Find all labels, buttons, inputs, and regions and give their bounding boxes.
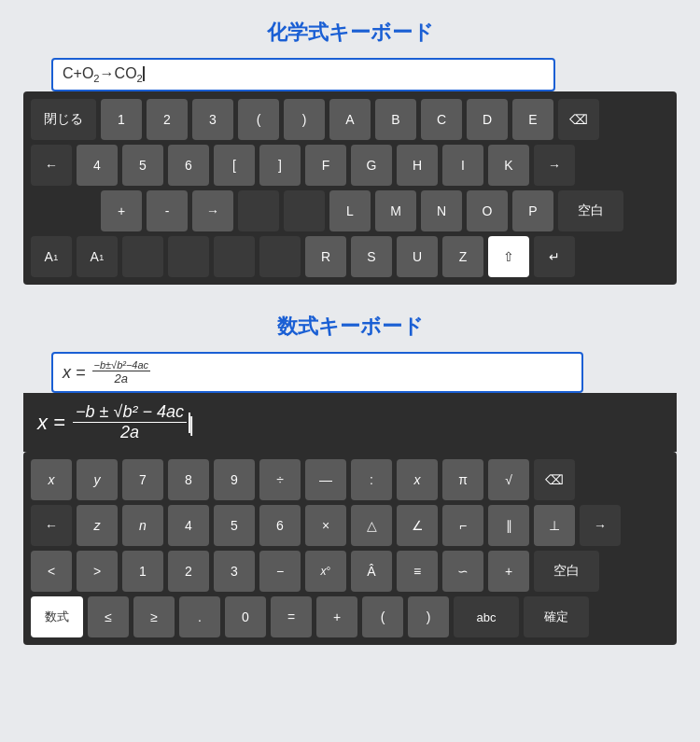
math-key-z[interactable]: z — [77, 505, 118, 546]
math-key-gt[interactable]: > — [77, 551, 118, 592]
math-confirm[interactable]: 確定 — [524, 596, 589, 637]
math-key-triangle[interactable]: △ — [351, 505, 392, 546]
math-backspace[interactable]: ⌫ — [534, 459, 575, 500]
key-2[interactable]: 2 — [147, 99, 188, 140]
key-minus[interactable]: - — [147, 190, 188, 231]
key-f[interactable]: F — [305, 145, 346, 186]
math-key-mul[interactable]: × — [305, 505, 346, 546]
key-z[interactable]: Z — [442, 236, 483, 277]
key-h[interactable]: H — [397, 145, 438, 186]
math-keyboard-section: 数式キーボード x = −b±√b²−4ac 2a x = −b ± √b² −… — [23, 313, 677, 645]
key-o[interactable]: O — [467, 190, 508, 231]
math-key-parallel[interactable]: ∥ — [488, 505, 529, 546]
math-key-1[interactable]: 1 — [122, 551, 163, 592]
math-shiki[interactable]: 数式 — [31, 596, 83, 637]
math-key-abc[interactable]: abc — [454, 596, 519, 637]
spacer-r4-3 — [214, 236, 255, 277]
math-fraction-numerator: −b±√b²−4ac — [92, 359, 151, 371]
math-key-pi[interactable]: π — [442, 459, 483, 500]
math-key-lt[interactable]: < — [31, 551, 72, 592]
math-key-corner[interactable]: ⌐ — [442, 505, 483, 546]
key-l[interactable]: L — [329, 190, 371, 231]
chem-input[interactable]: C+O2→CO2 — [51, 58, 555, 91]
key-3[interactable]: 3 — [192, 99, 233, 140]
math-key-y[interactable]: y — [77, 459, 118, 500]
key-d[interactable]: D — [467, 99, 508, 140]
math-key-geq[interactable]: ≥ — [133, 596, 175, 637]
math-key-4[interactable]: 4 — [168, 505, 209, 546]
key-lbracket[interactable]: [ — [214, 145, 255, 186]
display-fraction-num: −b ± √b² − 4ac — [73, 402, 187, 423]
enter-button[interactable]: ↵ — [534, 236, 575, 277]
math-key-ahat[interactable]: Â — [351, 551, 392, 592]
math-key-7[interactable]: 7 — [122, 459, 163, 500]
math-key-3[interactable]: 3 — [214, 551, 255, 592]
math-key-5[interactable]: 5 — [214, 505, 255, 546]
math-key-degree[interactable]: x° — [305, 551, 346, 592]
space-button[interactable]: 空白 — [558, 190, 623, 231]
math-key-lparen[interactable]: ( — [362, 596, 403, 637]
subscript-button[interactable]: A1 — [77, 236, 118, 277]
math-key-eq[interactable]: = — [271, 596, 312, 637]
math-key-similar[interactable]: ∽ — [442, 551, 483, 592]
math-key-n[interactable]: n — [122, 505, 163, 546]
key-arrow[interactable]: → — [192, 190, 233, 231]
superscript-button[interactable]: A1 — [31, 236, 72, 277]
key-a[interactable]: A — [329, 99, 371, 140]
key-m[interactable]: M — [375, 190, 416, 231]
math-key-equiv[interactable]: ≡ — [397, 551, 438, 592]
math-key-div[interactable]: ÷ — [259, 459, 301, 500]
math-key-sqrt[interactable]: √ — [488, 459, 529, 500]
math-key-rparen[interactable]: ) — [408, 596, 449, 637]
arrow-left-button[interactable]: ← — [31, 145, 72, 186]
key-r[interactable]: R — [305, 236, 346, 277]
math-key-x[interactable]: x — [31, 459, 72, 500]
key-b[interactable]: B — [375, 99, 416, 140]
math-key-8[interactable]: 8 — [168, 459, 209, 500]
key-4[interactable]: 4 — [77, 145, 118, 186]
key-rparen[interactable]: ) — [284, 99, 325, 140]
math-key-minus[interactable]: − — [259, 551, 301, 592]
math-key-2[interactable]: 2 — [168, 551, 209, 592]
key-k[interactable]: K — [488, 145, 529, 186]
key-c[interactable]: C — [421, 99, 462, 140]
math-key-perp[interactable]: ⊥ — [534, 505, 575, 546]
spacer-r4-1 — [122, 236, 163, 277]
backspace-button[interactable]: ⌫ — [558, 99, 599, 140]
key-u[interactable]: U — [397, 236, 438, 277]
arrow-right-button[interactable]: → — [534, 145, 575, 186]
math-fraction-denominator: 2a — [113, 371, 130, 385]
chem-keyboard-section: 化学式キーボード C+O2→CO2 閉じる 1 2 3 ( ) A B C D … — [23, 19, 677, 285]
math-space[interactable]: 空白 — [534, 551, 599, 592]
key-plus[interactable]: + — [101, 190, 142, 231]
math-input[interactable]: x = −b±√b²−4ac 2a — [51, 352, 583, 393]
math-key-0[interactable]: 0 — [225, 596, 266, 637]
key-s[interactable]: S — [351, 236, 392, 277]
key-6[interactable]: 6 — [168, 145, 209, 186]
key-n[interactable]: N — [421, 190, 462, 231]
math-key-x2[interactable]: x — [397, 459, 438, 500]
math-key-colon[interactable]: : — [351, 459, 392, 500]
key-rbracket[interactable]: ] — [259, 145, 301, 186]
math-key-9[interactable]: 9 — [214, 459, 255, 500]
math-arrow-left[interactable]: ← — [31, 505, 72, 546]
key-lparen[interactable]: ( — [238, 99, 279, 140]
math-key-plus2[interactable]: + — [316, 596, 357, 637]
math-key-plus[interactable]: + — [488, 551, 529, 592]
math-key-dash[interactable]: — — [305, 459, 346, 500]
key-e[interactable]: E — [512, 99, 553, 140]
math-key-dot[interactable]: . — [179, 596, 220, 637]
math-key-angle[interactable]: ∠ — [397, 505, 438, 546]
key-i[interactable]: I — [442, 145, 483, 186]
math-key-leq[interactable]: ≤ — [88, 596, 129, 637]
math-input-wrapper: x = −b±√b²−4ac 2a — [23, 352, 677, 393]
key-5[interactable]: 5 — [122, 145, 163, 186]
key-g[interactable]: G — [351, 145, 392, 186]
math-arrow-right[interactable]: → — [580, 505, 621, 546]
shift-button[interactable]: ⇧ — [488, 236, 529, 277]
key-1[interactable]: 1 — [101, 99, 142, 140]
math-key-6[interactable]: 6 — [259, 505, 301, 546]
key-p[interactable]: P — [512, 190, 553, 231]
close-button[interactable]: 閉じる — [31, 99, 96, 140]
math-display-preview: x = −b ± √b² − 4ac 2a | — [23, 393, 677, 452]
